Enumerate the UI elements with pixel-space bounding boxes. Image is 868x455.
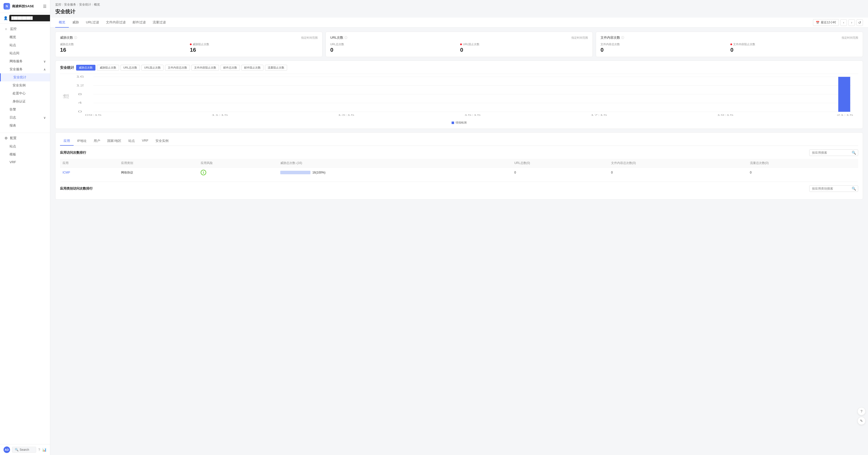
legend-dot	[452, 122, 454, 124]
progress-bar	[280, 171, 310, 174]
stat-value: 16	[190, 47, 318, 53]
filter-tag-email-blocked[interactable]: 邮件阻止次数	[241, 65, 264, 71]
sidebar-item-security-stats[interactable]: 安全统计	[0, 73, 50, 82]
sidebar-item-template[interactable]: 模板	[0, 151, 50, 158]
svg-text:19:15: 19:15	[717, 113, 733, 116]
filter-tag-traffic-blocked[interactable]: 流量阻止次数	[265, 65, 287, 71]
stat-card-threat: 威胁次数 ⓘ 指定时间范围 威胁总次数 16 威胁阻止次数	[55, 32, 322, 57]
col-risk: 应用风险	[198, 159, 278, 167]
sidebar-item-report[interactable]: 报表	[0, 122, 50, 130]
search-button[interactable]: 🔍 Search	[12, 447, 36, 453]
svg-text:8: 8	[78, 93, 82, 96]
filter-tag-file-blocked[interactable]: 文件内容阻止次数	[191, 65, 219, 71]
tab-traffic-filter[interactable]: 流量过滤	[149, 18, 169, 28]
stat-item-threat-blocked: 威胁阻止次数 16	[190, 42, 318, 53]
sub-tab-security-example[interactable]: 安全实例	[152, 137, 172, 145]
red-dot	[731, 43, 732, 45]
sidebar-item-config[interactable]: ⚙ 配置	[0, 134, 50, 142]
filter-tag-threat-blocked[interactable]: 威胁阻止次数	[97, 65, 119, 71]
svg-text:13:15: 13:15	[338, 113, 354, 116]
nav-group-config: ⚙ 配置 站点 模板 VRF	[0, 133, 50, 167]
sidebar-item-security-service[interactable]: 安全服务 ∧	[0, 65, 50, 73]
app-type-search-button[interactable]: 🔍	[850, 186, 858, 192]
tab-url-filter[interactable]: URL过滤	[82, 18, 102, 28]
sidebar-item-process-center[interactable]: 处置中心	[0, 89, 50, 97]
sidebar-item-label: 站点间	[9, 51, 19, 56]
sidebar-user-section: 👤 ▶	[0, 13, 50, 24]
svg-text:09:15: 09:15	[85, 113, 101, 116]
sidebar-item-label: 概览	[9, 35, 16, 39]
sub-tab-site[interactable]: 站点	[125, 137, 138, 145]
info-icon[interactable]: ⓘ	[621, 36, 624, 40]
chart-icon[interactable]: 📊	[42, 448, 46, 452]
edit-float-button[interactable]: ✎	[858, 417, 866, 425]
stat-inner: 威胁总次数 16 威胁阻止次数 16	[60, 42, 318, 53]
sidebar-item-network-service[interactable]: 网络服务 ∨	[0, 57, 50, 65]
sidebar-item-monitor[interactable]: ○ 监控	[0, 25, 50, 33]
tab-email-filter[interactable]: 邮件过滤	[129, 18, 149, 28]
filter-tag-threat-total[interactable]: 威胁总次数	[76, 65, 95, 71]
stat-value: 16	[60, 47, 188, 53]
info-icon[interactable]: ⓘ	[344, 36, 347, 40]
app-type-table-header-row: 应用类别访问次数排行 🔍	[60, 185, 858, 192]
user-input[interactable]	[9, 15, 50, 21]
stat-item-label: 威胁阻止次数	[190, 42, 318, 46]
help-float-button[interactable]: ?	[858, 407, 866, 415]
breadcrumb-sep: /	[92, 3, 93, 6]
sidebar-item-sites[interactable]: 站点	[0, 41, 50, 49]
info-icon[interactable]: ⓘ	[74, 36, 77, 40]
sidebar-item-sites-between[interactable]: 站点间	[0, 49, 50, 57]
time-selector[interactable]: 📅 最近12小时	[813, 19, 839, 26]
tabs-right-controls: 📅 最近12小时 ‹ › ↺	[813, 19, 863, 26]
progress-bar-wrap: 16(100%)	[280, 171, 509, 174]
tab-file-content-filter[interactable]: 文件内容过滤	[102, 18, 129, 28]
filter-tag-email-total[interactable]: 邮件总次数	[220, 65, 240, 71]
sub-tab-user[interactable]: 用户	[90, 137, 104, 145]
app-link[interactable]: ICMP	[63, 171, 70, 174]
next-time-button[interactable]: ›	[848, 19, 855, 26]
sidebar-item-security-example[interactable]: 安全实例	[0, 82, 50, 89]
app-type-search-wrap: 🔍	[809, 185, 858, 192]
sub-tab-vrf[interactable]: VRF	[138, 137, 152, 145]
help-icon[interactable]: ?	[38, 448, 40, 452]
filter-tag-url-total[interactable]: URL总次数	[121, 65, 140, 71]
stat-title-text: 威胁次数	[60, 35, 73, 40]
red-dot	[460, 43, 462, 45]
page-title: 安全统计	[50, 7, 868, 18]
sidebar: N 南凌科技SASE ☰ 👤 ▶ ○ 监控 概览 站点 站点间 网络服务 ∨ 安…	[0, 0, 50, 455]
stat-title-text: URL次数	[330, 35, 343, 40]
section-title: 安全统计	[60, 66, 74, 70]
sub-tab-ip[interactable]: IP地址	[73, 137, 90, 145]
sidebar-item-identity-auth[interactable]: 身份认证	[0, 97, 50, 105]
main-content: 监控 / 安全服务 / 安全统计 / 概览 安全统计 概览 威胁 URL过滤 文…	[50, 0, 868, 455]
stat-item-file-total: 文件内容总次数 0	[600, 42, 728, 53]
stats-cards-row: 威胁次数 ⓘ 指定时间范围 威胁总次数 16 威胁阻止次数	[55, 32, 863, 57]
sidebar-item-log[interactable]: 日志 ∨	[0, 113, 50, 122]
app-search-input[interactable]	[809, 150, 850, 156]
tab-threat[interactable]: 威胁	[69, 18, 82, 28]
stat-item-label: 文件内容总次数	[600, 42, 728, 46]
breadcrumb-item: 概览	[94, 2, 100, 7]
stat-card-header: 威胁次数 ⓘ 指定时间范围	[60, 35, 318, 40]
filter-tag-file-total[interactable]: 文件内容总次数	[165, 65, 190, 71]
prev-time-button[interactable]: ‹	[840, 19, 847, 26]
stat-item-url-total: URL总次数 0	[330, 42, 458, 53]
svg-text:16: 16	[76, 75, 84, 78]
app-type-search-input[interactable]	[809, 186, 850, 191]
sub-tab-country[interactable]: 国家/地区	[104, 137, 125, 145]
svg-text:4: 4	[78, 101, 82, 104]
search-icon: 🔍	[15, 448, 19, 452]
sidebar-item-vrf[interactable]: VRF	[0, 158, 50, 166]
sidebar-item-overview[interactable]: 概览	[0, 33, 50, 41]
sidebar-item-sites-config[interactable]: 站点	[0, 142, 50, 151]
app-search-button[interactable]: 🔍	[850, 150, 858, 156]
breadcrumb-item: 安全统计	[79, 2, 91, 7]
sub-tab-app[interactable]: 应用	[60, 137, 73, 145]
refresh-button[interactable]: ↺	[857, 19, 863, 26]
app-search-wrap: 🔍	[809, 150, 858, 156]
menu-toggle-icon[interactable]: ☰	[43, 4, 46, 9]
table-header-row: 应用 应用类别 应用风险 威胁总次数↓(16) URL总数(0) 文件内容总次数…	[60, 159, 858, 167]
filter-tag-url-blocked[interactable]: URL阻止次数	[142, 65, 163, 71]
tab-overview[interactable]: 概览	[55, 18, 69, 28]
sidebar-item-alert[interactable]: 告警	[0, 105, 50, 113]
